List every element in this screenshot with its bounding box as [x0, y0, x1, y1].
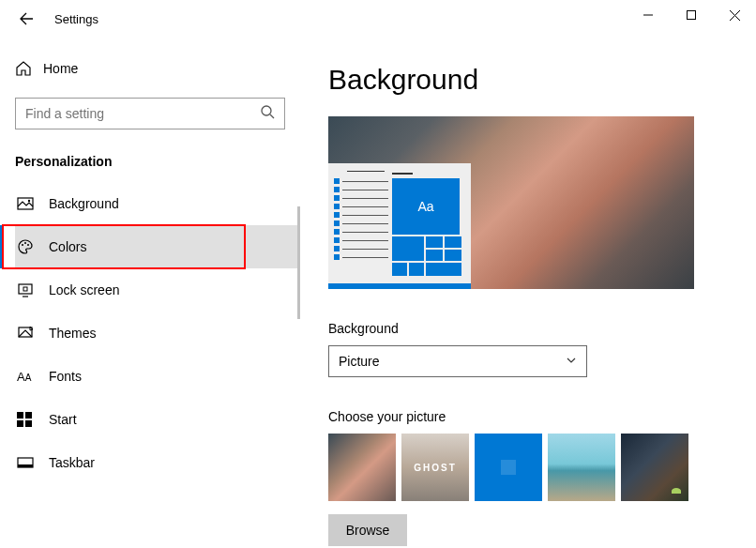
close-icon — [730, 10, 740, 21]
close-button[interactable] — [713, 0, 756, 30]
search-box[interactable] — [15, 98, 285, 129]
dropdown-value: Picture — [339, 354, 380, 369]
chevron-down-icon — [566, 353, 577, 370]
sidebar-item-label: Taskbar — [49, 455, 95, 470]
choose-picture-label: Choose your picture — [328, 409, 756, 424]
sidebar-item-label: Fonts — [49, 369, 82, 384]
home-label: Home — [43, 61, 78, 76]
sidebar-item-label: Background — [49, 196, 119, 211]
minimize-button[interactable] — [627, 0, 670, 30]
svg-rect-12 — [17, 420, 23, 427]
svg-rect-0 — [688, 11, 696, 20]
sidebar-item-lock-screen[interactable]: Lock screen — [15, 268, 300, 312]
window-title: Settings — [54, 12, 98, 26]
search-icon — [260, 104, 275, 123]
home-icon — [15, 60, 43, 77]
category-title: Personalization — [15, 154, 300, 169]
titlebar: Settings — [0, 0, 756, 38]
fonts-icon: AA — [15, 370, 49, 384]
picture-thumbnail-2[interactable]: GHOST — [401, 434, 469, 501]
sidebar-item-background[interactable]: Background — [15, 182, 300, 225]
svg-point-6 — [27, 244, 29, 246]
desktop-preview: Aa — [328, 116, 694, 289]
svg-point-1 — [262, 106, 271, 115]
sidebar-item-themes[interactable]: Themes — [15, 312, 300, 355]
sidebar-item-label: Colors — [49, 239, 86, 254]
picture-thumbnail-4[interactable] — [548, 434, 615, 501]
background-field-label: Background — [328, 321, 756, 336]
sidebar-item-fonts[interactable]: AA Fonts — [15, 355, 300, 398]
svg-point-4 — [22, 244, 23, 246]
svg-rect-11 — [25, 412, 32, 419]
picture-thumbnail-5[interactable] — [621, 434, 688, 501]
svg-rect-7 — [19, 284, 32, 294]
svg-rect-13 — [25, 420, 32, 427]
taskbar-icon — [15, 454, 49, 471]
page-title: Background — [328, 64, 756, 96]
picture-thumbnail-3[interactable] — [475, 434, 542, 501]
lock-screen-icon — [15, 282, 49, 298]
main-content: Background — [300, 38, 756, 548]
browse-button[interactable]: Browse — [328, 514, 407, 546]
maximize-icon — [687, 10, 696, 20]
themes-icon — [15, 325, 49, 342]
preview-window-mock: Aa — [328, 163, 471, 289]
svg-point-5 — [24, 242, 26, 244]
sidebar-item-taskbar[interactable]: Taskbar — [15, 441, 300, 484]
sidebar: Home Personalization Background Colors — [0, 38, 300, 548]
home-nav[interactable]: Home — [15, 51, 300, 86]
sidebar-item-label: Themes — [49, 326, 97, 341]
back-button[interactable] — [13, 6, 39, 32]
start-icon — [15, 412, 49, 427]
minimize-icon — [643, 10, 653, 20]
background-type-dropdown[interactable]: Picture — [328, 345, 587, 377]
picture-thumbnails: GHOST — [328, 434, 756, 501]
window-controls — [627, 0, 756, 30]
sidebar-item-colors[interactable]: Colors — [15, 225, 300, 268]
picture-thumbnail-1[interactable] — [328, 434, 396, 501]
picture-icon — [15, 195, 49, 212]
preview-sample-text: Aa — [392, 178, 460, 235]
search-input[interactable] — [25, 106, 260, 121]
sidebar-scrollbar[interactable] — [297, 206, 300, 319]
palette-icon — [15, 238, 49, 255]
maximize-button[interactable] — [670, 0, 713, 30]
svg-rect-15 — [18, 464, 33, 467]
svg-rect-10 — [17, 412, 23, 419]
svg-rect-8 — [23, 287, 27, 291]
sidebar-item-label: Start — [49, 412, 77, 427]
sidebar-item-label: Lock screen — [49, 282, 119, 297]
back-arrow-icon — [19, 11, 34, 26]
svg-point-3 — [28, 200, 30, 202]
sidebar-item-start[interactable]: Start — [15, 398, 300, 441]
